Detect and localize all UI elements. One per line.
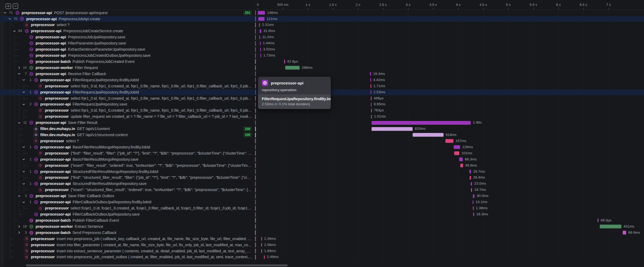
span-row[interactable]: 70preprocessor-apiPreprocessJobApi.creat… [0, 16, 644, 22]
span-duration-bar[interactable] [371, 84, 371, 88]
span-duration-label: 16.3ms [373, 71, 385, 77]
span-row[interactable]: filter.dev.muhayu.inGET /api/v1/content2… [0, 126, 644, 132]
span-row[interactable]: preprocessor{"insert": "structured_filte… [0, 187, 644, 193]
expand-all-button[interactable] [5, 3, 11, 9]
span-row[interactable]: 18preprocessor-workerExtract Sentence431… [0, 224, 644, 230]
span-duration-bar[interactable] [371, 109, 372, 112]
span-row[interactable]: 1preprocessor-apiFilterCallbackOutboxJpa… [0, 199, 644, 205]
collapse-all-icon [13, 3, 18, 9]
span-duration-bar[interactable] [371, 90, 371, 94]
span-name-cell: preprocessorselect frje1_0.id, frje1_0.c… [3, 107, 255, 114]
span-name: preprocessor{"insert": "structured_filte… [45, 187, 253, 193]
service-name: preprocessor-api [40, 157, 71, 161]
span-row[interactable]: 10preprocessor-workerFilter Request288ms [0, 65, 644, 71]
span-row[interactable]: preprocessorselect ?157ms [0, 138, 644, 144]
service-name: preprocessor [45, 188, 69, 192]
span-duration-bar[interactable] [454, 145, 460, 149]
span-duration-label: 2.56ms [264, 242, 276, 248]
tree-guide [14, 71, 15, 77]
span-row[interactable]: 64preprocessor-apiPreprocessJobCreateSer… [0, 28, 644, 34]
span-row[interactable]: 71preprocessor-apiPOST /preprocessor-api… [0, 10, 644, 16]
span-duration-bar[interactable] [371, 115, 372, 119]
span-duration-bar[interactable] [370, 72, 371, 76]
span-duration-bar[interactable] [285, 66, 300, 70]
span-row[interactable]: preprocessorupdate filter_request set cr… [0, 114, 644, 120]
span-duration-bar[interactable] [372, 121, 471, 125]
span-row[interactable]: 1preprocessor-apiBasicFilterResultMongoR… [0, 156, 644, 163]
span-duration-bar[interactable] [473, 212, 474, 216]
span-row[interactable]: preprocessor-apiPreprocessJobJpaReposito… [0, 34, 644, 40]
horizontal-scrollbar-thumb[interactable] [26, 264, 288, 266]
span-duration-bar[interactable] [454, 151, 459, 155]
span-duration-bar[interactable] [600, 225, 621, 228]
span-duration-bar[interactable] [470, 176, 471, 180]
span-row[interactable]: preprocessor-apiPreprocessJobCreatedOutb… [0, 52, 644, 59]
span-duration-bar[interactable] [260, 48, 261, 51]
span-duration-bar[interactable] [258, 11, 265, 15]
service-name: preprocessor-api [40, 145, 71, 149]
ruler-tick-mark [383, 8, 383, 10]
span-duration-bar[interactable] [473, 206, 474, 210]
span-duration-bar[interactable] [264, 255, 265, 259]
span-duration-bar[interactable] [259, 35, 260, 39]
span-row[interactable]: preprocessor{"insert": "filter_result", … [0, 163, 644, 169]
span-duration-bar[interactable] [260, 42, 261, 45]
span-row[interactable]: 3preprocessor-apiSave Filter Callback Ou… [0, 193, 644, 199]
span-row[interactable]: preprocessor{"find": "structured_filter_… [0, 175, 644, 181]
span-duration-bar[interactable] [371, 96, 372, 100]
span-row[interactable]: 11preprocessor-apiSave Filter Result1.98… [0, 120, 644, 126]
span-duration-bar[interactable] [445, 139, 453, 143]
span-duration-bar[interactable] [473, 200, 473, 204]
span-row[interactable]: preprocessor-apiExtractSentenceParameter… [0, 46, 644, 52]
span-row[interactable]: preprocessor{"find": "filter_result", "f… [0, 150, 644, 156]
span-row[interactable]: 1preprocessor-apiBasicFilterResultMongoR… [0, 144, 644, 150]
span-duration-bar[interactable] [459, 157, 463, 161]
tree-stub [10, 257, 14, 257]
service-name: preprocessor [45, 84, 69, 88]
span-row[interactable]: 1preprocessor-apiStructuredFilterResultM… [0, 169, 644, 175]
span-duration-bar[interactable] [259, 23, 260, 27]
span-row[interactable]: preprocessor-apiFilterCallbackOutboxJpaR… [0, 211, 644, 217]
span-row[interactable]: preprocessor-batchPublish FilterCallback… [0, 217, 644, 224]
span-duration-bar[interactable] [623, 231, 626, 234]
span-duration-bar[interactable] [471, 182, 472, 186]
span-duration-bar[interactable] [261, 243, 262, 247]
collapse-all-button[interactable] [13, 3, 18, 9]
span-row[interactable]: 3preprocessor-batchSend Preprocess Callb… [0, 230, 644, 236]
service-globe-icon [33, 212, 39, 217]
span-duration-bar[interactable] [261, 237, 262, 241]
span-row[interactable]: preprocessorselect fcoje1_0.id, fcoje1_0… [0, 205, 644, 211]
service-globe-icon [29, 218, 34, 223]
span-row[interactable]: preprocessorinsert into extract_sentence… [0, 248, 644, 254]
span-row[interactable]: preprocessor-batchPublish PreprocessJobC… [0, 59, 644, 65]
service-name: preprocessor-worker [36, 224, 73, 229]
span-duration-bar[interactable] [260, 54, 261, 57]
service-color-strip [255, 90, 256, 95]
span-duration-bar[interactable] [471, 188, 472, 192]
span-duration-bar[interactable] [469, 170, 471, 173]
ruler-tick-mark [408, 8, 408, 10]
span-name-cell: preprocessorselect ? [3, 22, 255, 28]
span-row[interactable]: 7preprocessor-apiReceive Filter Callback… [0, 71, 644, 77]
span-duration-bar[interactable] [370, 78, 371, 82]
span-duration-bar[interactable] [260, 29, 261, 33]
span-duration-label: 19.7ms [474, 187, 486, 193]
tree-guide [5, 126, 5, 132]
span-duration-bar[interactable] [598, 219, 598, 222]
span-duration-bar[interactable] [371, 103, 372, 106]
span-duration-bar[interactable] [261, 249, 262, 253]
span-row[interactable]: preprocessorselect ?2.31ms [0, 22, 644, 28]
span-row[interactable]: filter.dev.muhayu.inGET /api/v1/structur… [0, 132, 644, 138]
span-duration-bar[interactable] [473, 194, 474, 198]
span-duration-bar[interactable] [372, 127, 413, 131]
span-duration-bar[interactable] [460, 164, 463, 167]
span-row[interactable]: 1preprocessor-apiStructuredFilterResultM… [0, 181, 644, 187]
trace-waterfall-view: 0500 ms1 s1.5 s2 s2.5 s3 s3.5 s4 s4.5 s5… [0, 0, 644, 267]
span-row[interactable]: preprocessorinsert into preprocess_job (… [0, 236, 644, 242]
span-row[interactable]: preprocessorinsert into filter_parameter… [0, 242, 644, 248]
span-row[interactable]: preprocessorinsert into preprocess_job_c… [0, 254, 644, 260]
span-duration-bar[interactable] [413, 133, 444, 137]
span-duration-bar[interactable] [258, 17, 264, 21]
span-duration-bar[interactable] [284, 60, 285, 63]
span-row[interactable]: preprocessor-apiFilterParameterJpaReposi… [0, 40, 644, 46]
